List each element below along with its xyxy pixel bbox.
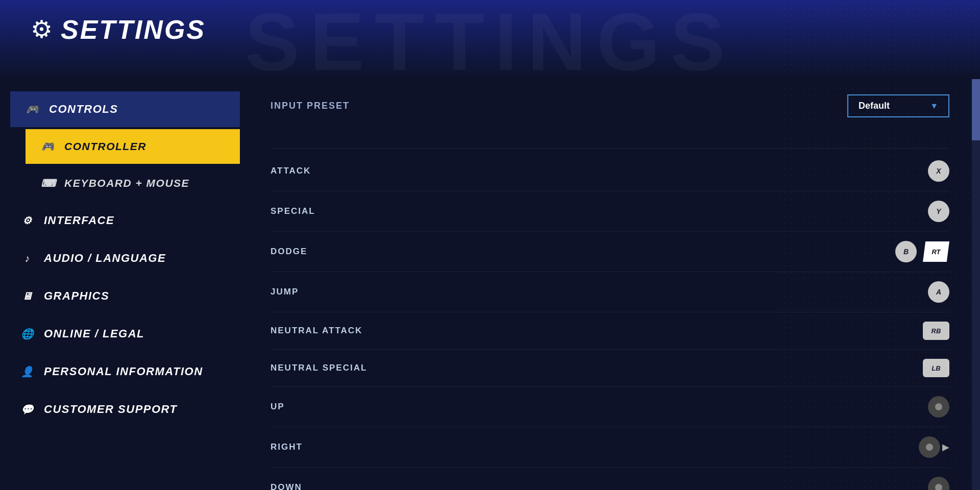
button-badge-rect[interactable]: LB [923, 359, 949, 377]
table-row: NEUTRAL SPECIALLB [271, 350, 949, 387]
sidebar-item-controls[interactable]: 🎮 CONTROLS [10, 91, 240, 127]
sidebar-item-keyboard-label: KEYBOARD + MOUSE [64, 177, 189, 189]
control-buttons: ▶ [919, 436, 949, 458]
control-buttons: Y [928, 201, 949, 222]
control-buttons: BRT [895, 241, 949, 262]
sidebar-item-personal-info[interactable]: 👤 PERSONAL INFORMATION [0, 354, 240, 389]
control-name: JUMP [271, 287, 928, 297]
preset-label: INPUT PRESET [271, 101, 350, 111]
control-name: SPECIAL [271, 206, 928, 216]
preset-value: Default [859, 101, 890, 111]
control-name: DODGE [271, 247, 895, 257]
table-row: SPECIALY [271, 191, 949, 232]
page-title: SETTINGS [61, 14, 206, 45]
content-panel: INPUT PRESET Default ▼ ATTACKXSPECIALYDO… [240, 79, 980, 490]
button-badge-circle[interactable]: B [895, 241, 917, 262]
control-name: UP [271, 402, 928, 412]
sidebar-item-personal-label: PERSONAL INFORMATION [44, 365, 203, 378]
table-row: JUMPA [271, 272, 949, 312]
control-buttons: RB [923, 322, 949, 340]
customer-support-icon: 💬 [20, 403, 35, 415]
controller-icon: 🎮 [41, 140, 55, 153]
control-name: RIGHT [271, 442, 919, 452]
keyboard-icon: ⌨ [41, 177, 55, 189]
control-buttons: A [928, 281, 949, 303]
main-content: 🎮 CONTROLS 🎮 CONTROLLER ⌨ KEYBOARD + MOU… [0, 79, 980, 490]
control-name: NEUTRAL ATTACK [271, 326, 923, 336]
control-name: NEUTRAL SPECIAL [271, 363, 923, 373]
online-icon: 🌐 [20, 328, 35, 340]
input-preset-row: INPUT PRESET Default ▼ [271, 94, 949, 128]
table-row: DODGEBRT [271, 232, 949, 272]
button-badge-circle[interactable]: Y [928, 201, 949, 222]
table-row: RIGHT▶ [271, 427, 949, 468]
sidebar-item-graphics[interactable]: 🖥 GRAPHICS [0, 278, 240, 314]
preset-dropdown[interactable]: Default ▼ [847, 94, 949, 117]
sidebar-item-keyboard-mouse[interactable]: ⌨ KEYBOARD + MOUSE [26, 166, 240, 201]
sidebar-item-audio-label: AUDIO / LANGUAGE [44, 252, 166, 265]
control-name: ATTACK [271, 166, 928, 176]
controls-icon: 🎮 [26, 103, 40, 115]
joystick-badge[interactable] [928, 396, 949, 418]
joystick-badge-right[interactable]: ▶ [919, 436, 949, 458]
table-row: ATTACKX [271, 151, 949, 191]
control-buttons [928, 477, 949, 490]
sidebar-item-controller-label: CONTROLLER [64, 140, 146, 153]
sidebar-item-interface-label: INTERFACE [44, 214, 114, 227]
table-row: UP [271, 387, 949, 427]
page-title-container: ⚙ SETTINGS [31, 14, 206, 45]
audio-icon: ♪ [20, 253, 35, 264]
sidebar-item-online-label: ONLINE / LEGAL [44, 327, 144, 340]
sidebar-item-audio[interactable]: ♪ AUDIO / LANGUAGE [0, 240, 240, 276]
sidebar-item-controls-label: CONTROLS [49, 103, 118, 116]
table-row: DOWN [271, 468, 949, 490]
control-buttons: X [928, 160, 949, 182]
graphics-icon: 🖥 [20, 290, 35, 302]
sidebar-item-graphics-label: GRAPHICS [44, 289, 109, 303]
table-row: NEUTRAL ATTACKRB [271, 312, 949, 350]
divider-1 [271, 148, 949, 149]
sidebar-item-controller[interactable]: 🎮 CONTROLLER [26, 129, 240, 164]
control-buttons [928, 396, 949, 418]
sidebar-item-customer-support-label: CUSTOMER SUPPORT [44, 403, 178, 416]
button-badge-circle[interactable]: X [928, 160, 949, 182]
button-badge-rt[interactable]: RT [923, 241, 949, 262]
button-badge-circle[interactable]: A [928, 281, 949, 303]
button-badge-rect[interactable]: RB [923, 322, 949, 340]
control-name: DOWN [271, 482, 928, 490]
sidebar-item-online-legal[interactable]: 🌐 ONLINE / LEGAL [0, 316, 240, 352]
gear-icon: ⚙ [31, 17, 53, 42]
joystick-badge-down[interactable] [928, 477, 949, 490]
controls-table: ATTACKXSPECIALYDODGEBRTJUMPANEUTRAL ATTA… [271, 151, 949, 490]
control-buttons: LB [923, 359, 949, 377]
personal-info-icon: 👤 [20, 365, 35, 378]
sidebar-item-customer-support[interactable]: 💬 CUSTOMER SUPPORT [0, 391, 240, 427]
interface-icon: ⚙ [20, 214, 35, 227]
sidebar-item-interface[interactable]: ⚙ INTERFACE [0, 203, 240, 238]
sidebar: 🎮 CONTROLS 🎮 CONTROLLER ⌨ KEYBOARD + MOU… [0, 79, 240, 490]
chevron-down-icon: ▼ [930, 102, 938, 111]
